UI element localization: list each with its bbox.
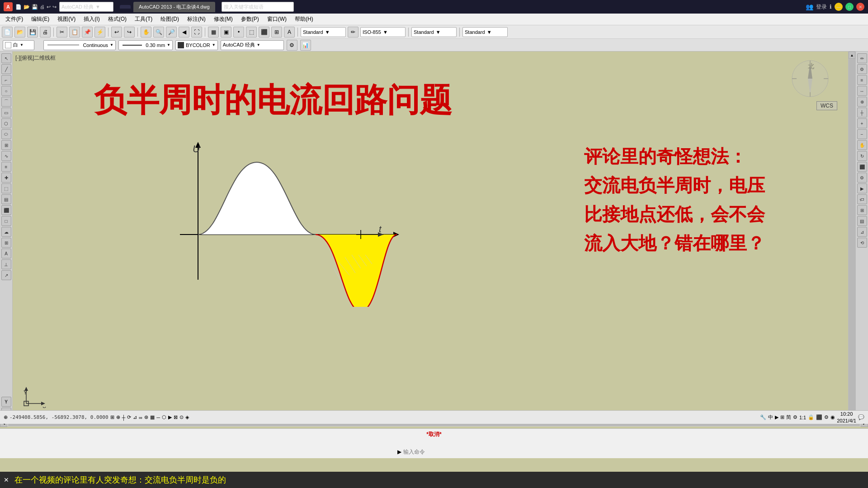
status-icon-qp[interactable]: ▶ <box>168 414 172 420</box>
tb-mtext[interactable]: A <box>284 27 295 38</box>
qa-save[interactable]: 💾 <box>32 4 38 10</box>
lt-table[interactable]: ⊞ <box>1 238 11 248</box>
status-icon-hw[interactable]: ⬛ <box>816 414 822 420</box>
rt-viewcube[interactable]: ⬛ <box>857 162 867 172</box>
lt-revision[interactable]: ☁ <box>1 227 11 237</box>
tb-pan[interactable]: ✋ <box>141 27 151 38</box>
rt-pencil[interactable]: ✏ <box>857 53 867 63</box>
status-icon-dyn[interactable]: ▦ <box>150 414 155 420</box>
status-icon-polar[interactable]: ⟳ <box>127 414 131 420</box>
status-icon-ws[interactable]: ⊞ <box>780 414 784 420</box>
lt-rect[interactable]: ▭ <box>1 108 11 117</box>
menu-view[interactable]: 视图(V) <box>54 14 79 24</box>
plotstyle-dropdown[interactable]: AutoCAD 经典 ▼ <box>221 40 284 50</box>
layer-dropdown[interactable]: 白 ▼ <box>3 40 34 50</box>
plot-extra-btn[interactable]: 📊 <box>300 40 311 51</box>
rt-orbit[interactable]: ↻ <box>857 151 867 161</box>
menu-file[interactable]: 文件(F) <box>2 14 27 24</box>
plot-settings-btn[interactable]: ⚙ <box>287 40 297 51</box>
status-icon-tools2[interactable]: 中 <box>768 414 773 421</box>
rt-annotate[interactable]: 🏷 <box>857 194 867 204</box>
tb-paste[interactable]: 📌 <box>82 27 93 38</box>
tb-zoom-window[interactable]: 🔎 <box>166 27 177 38</box>
rt-navswheel[interactable]: ⚙ <box>857 173 867 183</box>
tb-plot[interactable]: 🖨 <box>40 27 51 38</box>
rt-zoom-in[interactable]: + <box>857 118 867 128</box>
dimstyle-dropdown[interactable]: Standard ▼ <box>411 27 457 37</box>
tb-cut[interactable]: ✂ <box>57 27 67 38</box>
tb-undo[interactable]: ↩ <box>111 27 122 38</box>
lt-ellipse[interactable]: ⬭ <box>1 129 11 139</box>
lt-line[interactable]: ╱ <box>1 64 11 74</box>
lt-tolerance[interactable]: ⊥ <box>1 259 11 269</box>
close-bottom-btn[interactable]: ✕ <box>4 476 9 483</box>
menu-param[interactable]: 参数(P) <box>237 14 263 24</box>
status-icon-lw[interactable]: ─ <box>156 415 160 420</box>
status-icon-snap[interactable]: ⊕ <box>116 414 120 420</box>
menu-format[interactable]: 格式(O) <box>104 14 130 24</box>
qa-undo[interactable]: ↩ <box>47 4 51 10</box>
menu-tools[interactable]: 工具(T) <box>131 14 156 24</box>
lt-leader[interactable]: ↗ <box>1 270 11 280</box>
info-icon[interactable]: ℹ <box>830 4 832 10</box>
lt-pick[interactable]: ↖ <box>1 53 11 63</box>
scroll-up-btn[interactable]: ▲ <box>849 52 855 59</box>
win-max[interactable]: □ <box>845 3 854 11</box>
qa-print[interactable]: 🖨 <box>40 4 45 10</box>
lt-wipeout[interactable]: □ <box>1 216 11 226</box>
lineweight-dropdown[interactable]: 0.30 mm ▼ <box>118 40 173 50</box>
lt-region[interactable]: ⬛ <box>1 205 11 215</box>
tb-table[interactable]: ⊞ <box>271 27 282 38</box>
status-icon-settings[interactable]: ⚙ <box>824 414 829 420</box>
rt-properties[interactable]: ⚙ <box>857 64 867 74</box>
tb-save[interactable]: 💾 <box>27 27 38 38</box>
tb-zoom-realtime[interactable]: 🔍 <box>153 27 164 38</box>
status-icon-menu[interactable]: ⚙ <box>793 414 797 420</box>
win-close[interactable]: ✕ <box>856 3 864 11</box>
scrollbar-vertical[interactable]: ▲ ▼ <box>848 52 855 419</box>
menu-modify[interactable]: 修改(M) <box>210 14 236 24</box>
rt-zoom-out[interactable]: − <box>857 129 867 139</box>
menu-insert[interactable]: 插入(I) <box>80 14 103 24</box>
rt-extra2[interactable]: ▤ <box>857 216 867 226</box>
tb-open[interactable]: 📂 <box>14 27 25 38</box>
linetype-prop-dropdown[interactable]: Continuous ▼ <box>43 40 116 50</box>
rt-ortho[interactable]: ┼ <box>857 108 867 117</box>
tb-zoom-prev[interactable]: ◀ <box>179 27 189 38</box>
rt-dim[interactable]: ↔ <box>857 86 867 96</box>
status-icon-apps[interactable]: 简 <box>786 414 791 421</box>
menu-window[interactable]: 窗口(W) <box>264 14 290 24</box>
tb-zoom-extents[interactable]: ⛶ <box>191 27 202 38</box>
status-icon-sc[interactable]: ⊠ <box>174 414 178 420</box>
lt-insert[interactable]: ⊞ <box>1 140 11 150</box>
linetype-dropdown[interactable]: ISO-855 ▼ <box>360 27 406 37</box>
menu-draw[interactable]: 绘图(D) <box>157 14 183 24</box>
tb-point[interactable]: • <box>233 27 244 38</box>
search-box[interactable]: 搜入关键字或短语 <box>222 2 294 12</box>
tb-redo[interactable]: ↪ <box>124 27 135 38</box>
status-icon-lock[interactable]: 🔒 <box>808 414 814 420</box>
qa-new[interactable]: 📄 <box>15 4 22 10</box>
rt-snap[interactable]: ⊕ <box>857 97 867 107</box>
lt-arc[interactable]: ⌒ <box>1 97 11 107</box>
status-icon-isolate[interactable]: ◉ <box>830 414 835 420</box>
tb-new[interactable]: 📄 <box>2 27 13 38</box>
status-icon-grid[interactable]: ⊞ <box>110 414 114 420</box>
tb-hatch[interactable]: ⬚ <box>246 27 257 38</box>
lt-gradient[interactable]: ▤ <box>1 194 11 204</box>
lt-polyline[interactable]: ⌐ <box>1 75 11 85</box>
status-icon-otrack[interactable]: ∞ <box>139 415 142 420</box>
status-icon-tools3[interactable]: ▶ <box>775 414 778 420</box>
tab-empty[interactable] <box>120 5 131 9</box>
canvas-area[interactable]: [-][俯视]二维线框 负半周时的电流回路问题 U Um <box>13 52 855 419</box>
rt-extra4[interactable]: ⟲ <box>857 238 867 248</box>
tb-matchprop[interactable]: ⚡ <box>94 27 105 38</box>
status-icon-chat[interactable]: 💬 <box>858 414 864 420</box>
help-icon[interactable]: 👥 <box>806 3 813 10</box>
tb-copy[interactable]: 📋 <box>69 27 80 38</box>
status-icon-sel[interactable]: ◈ <box>185 414 189 420</box>
tab-dwg[interactable]: AutoCAD 2013 - 电工杂谈4.dwg <box>133 2 215 12</box>
tb-block[interactable]: ▦ <box>208 27 219 38</box>
status-icon-tpm[interactable]: ⬡ <box>162 414 166 420</box>
rt-extra3[interactable]: ⊿ <box>857 227 867 237</box>
